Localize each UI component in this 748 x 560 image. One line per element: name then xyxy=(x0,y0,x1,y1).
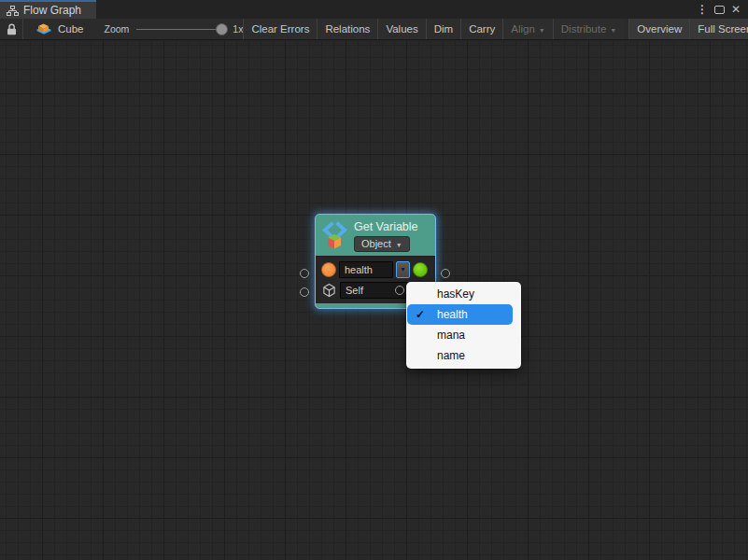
node-header: Get Variable Object ▼ xyxy=(316,215,435,256)
menu-item-label: hasKey xyxy=(437,287,474,301)
button-label: Overview xyxy=(637,23,682,35)
variable-kind-value: Object xyxy=(361,238,391,249)
relations-button[interactable]: Relations xyxy=(317,19,377,39)
caret-down-icon: ▼ xyxy=(396,242,402,248)
values-button[interactable]: Values xyxy=(377,19,425,39)
target-object-field[interactable]: Self xyxy=(340,282,408,299)
window-controls: ⋮ ✕ xyxy=(697,0,748,19)
variable-suggest-dropdown[interactable]: ▼ xyxy=(396,261,410,278)
full-screen-button[interactable]: Full Screen xyxy=(689,19,748,39)
button-label: Relations xyxy=(325,23,370,35)
graph-owner-chip[interactable]: Cube xyxy=(23,21,93,36)
get-variable-icon xyxy=(322,221,350,249)
toolbar: Cube Zoom 1x Clear Errors Relations Valu… xyxy=(0,19,748,40)
zoom-control: Zoom 1x xyxy=(93,23,244,35)
menu-item-haskey[interactable]: hasKey xyxy=(406,284,521,304)
node-title: Get Variable xyxy=(354,220,418,233)
menu-item-label: health xyxy=(437,308,468,321)
cube-asset-icon xyxy=(35,21,53,36)
lock-button[interactable] xyxy=(0,19,23,39)
toolbar-left: Cube Zoom 1x xyxy=(0,19,243,39)
input-port-row1[interactable] xyxy=(300,269,309,278)
object-picker-icon[interactable] xyxy=(395,286,404,295)
variable-kind-dropdown[interactable]: Object ▼ xyxy=(354,236,410,252)
padlock-icon xyxy=(7,23,17,35)
clear-errors-button[interactable]: Clear Errors xyxy=(243,19,317,39)
align-button: Align ▼ xyxy=(502,19,553,39)
value-output-port[interactable] xyxy=(413,262,428,277)
button-label: Full Screen xyxy=(698,23,748,35)
target-object-value: Self xyxy=(346,285,363,296)
wire-cube-icon xyxy=(321,283,337,298)
flow-graph-icon xyxy=(7,6,19,16)
input-port-row2[interactable] xyxy=(300,287,309,297)
button-label: Carry xyxy=(469,23,495,35)
zoom-slider-thumb[interactable] xyxy=(216,23,228,35)
zoom-label: Zoom xyxy=(105,23,130,35)
close-icon[interactable]: ✕ xyxy=(731,3,741,16)
tab-label: Flow Graph xyxy=(23,4,81,17)
variable-suggestion-menu: hasKey ✓ health mana name xyxy=(406,282,521,369)
caret-down-icon: ▼ xyxy=(610,26,616,33)
button-label: Values xyxy=(386,23,417,35)
variable-input-port[interactable] xyxy=(321,262,336,277)
carry-button[interactable]: Carry xyxy=(460,19,502,39)
variable-name-field[interactable]: health xyxy=(339,261,393,278)
menu-item-name[interactable]: name xyxy=(406,345,521,366)
more-menu-icon[interactable]: ⋮ xyxy=(697,3,708,16)
button-label: Clear Errors xyxy=(251,23,309,35)
dim-button[interactable]: Dim xyxy=(426,19,460,39)
caret-down-icon: ▼ xyxy=(400,266,406,273)
menu-item-label: mana xyxy=(437,329,465,342)
tab-flow-graph[interactable]: Flow Graph xyxy=(0,0,96,19)
maximize-icon[interactable] xyxy=(714,6,725,14)
zoom-slider[interactable] xyxy=(136,23,225,35)
overview-button[interactable]: Overview xyxy=(628,19,689,39)
menu-item-health[interactable]: ✓ health xyxy=(407,304,513,325)
button-label: Align xyxy=(511,23,535,35)
variable-name-value: health xyxy=(345,264,373,275)
caret-down-icon: ▼ xyxy=(539,26,545,33)
variable-row: health ▼ xyxy=(321,260,430,278)
graph-owner-label: Cube xyxy=(58,23,84,35)
output-port-row1[interactable] xyxy=(441,269,450,278)
button-label: Distribute xyxy=(561,23,607,35)
check-icon: ✓ xyxy=(416,304,425,325)
graph-canvas[interactable]: Get Variable Object ▼ health ▼ xyxy=(0,41,748,560)
menu-item-label: name xyxy=(437,349,465,362)
zoom-level-value: 1x xyxy=(233,23,243,35)
titlebar: Flow Graph ⋮ ✕ xyxy=(0,0,748,19)
toolbar-buttons: Clear Errors Relations Values Dim Carry … xyxy=(243,19,748,39)
button-label: Dim xyxy=(434,23,453,35)
node-header-text: Get Variable Object ▼ xyxy=(354,220,418,252)
distribute-button: Distribute ▼ xyxy=(553,19,625,39)
zoom-slider-track xyxy=(136,29,225,31)
menu-item-mana[interactable]: mana xyxy=(406,325,521,345)
